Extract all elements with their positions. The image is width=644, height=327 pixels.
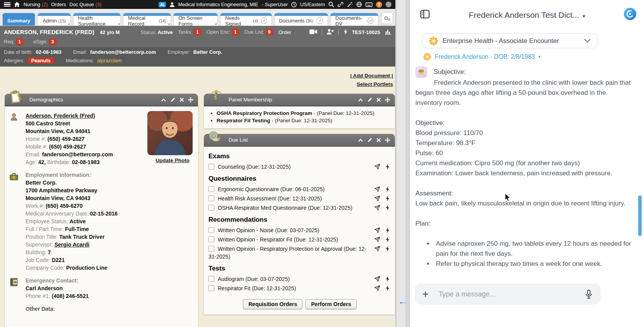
- due-item-checkbox[interactable]: [208, 285, 214, 291]
- home-icon[interactable]: [14, 2, 20, 7]
- tab-settings-button[interactable]: ⚙⚙: [381, 12, 393, 24]
- add-person-icon[interactable]: [326, 29, 334, 36]
- chevron-down-icon[interactable]: [584, 37, 591, 45]
- tab-documents-dv[interactable]: Documents-DV↗: [330, 13, 378, 26]
- attach-plus-icon[interactable]: +: [422, 289, 429, 300]
- tasks-count-badge[interactable]: 1: [194, 29, 201, 36]
- collapse-portlet-icon[interactable]: [161, 98, 166, 102]
- perform-order-icon[interactable]: [385, 186, 389, 192]
- open-enc-count-badge[interactable]: 1: [232, 29, 239, 36]
- perform-order-icon[interactable]: [385, 195, 389, 202]
- due-item-checkbox[interactable]: [208, 186, 214, 192]
- send-order-icon[interactable]: [374, 227, 380, 233]
- search-icon[interactable]: [328, 2, 334, 7]
- requisition-orders-button[interactable]: Requisition Orders: [243, 299, 302, 309]
- tab-summary[interactable]: Summary: [2, 13, 35, 26]
- patient-name-link[interactable]: Anderson, Frederick (Fred): [26, 113, 95, 119]
- microphone-icon[interactable]: [584, 289, 593, 299]
- move-portlet-icon[interactable]: [385, 137, 390, 143]
- popout-icon[interactable]: ↗: [261, 17, 266, 24]
- help-icon[interactable]: ?: [376, 2, 382, 8]
- chart-stats-icon[interactable]: [384, 28, 391, 36]
- nav-doc-queue[interactable]: Doc Queue (3): [70, 2, 102, 7]
- due-item-checkbox[interactable]: [208, 195, 214, 201]
- due-item-checkbox[interactable]: [208, 246, 214, 252]
- ai-badge[interactable]: AI: [159, 2, 166, 7]
- send-order-icon[interactable]: [374, 195, 380, 202]
- perform-orders-button[interactable]: Perform Orders: [306, 299, 356, 309]
- send-order-icon[interactable]: [374, 246, 380, 252]
- caret-down-icon[interactable]: ▾: [538, 54, 541, 59]
- due-item-checkbox[interactable]: [208, 236, 214, 242]
- patient-context-link[interactable]: Frederick Anderson - DOB: 2/8/1983 ▾: [423, 53, 644, 61]
- perform-order-icon[interactable]: [385, 276, 389, 282]
- edit-portlet-icon[interactable]: [367, 97, 372, 103]
- encounter-select[interactable]: Enterprise Health - Associate Encounter: [422, 33, 598, 48]
- add-document-link[interactable]: | Add Document |: [350, 73, 393, 79]
- tab-admin[interactable]: Admin(15): [38, 13, 71, 26]
- chart-id[interactable]: TEST-10025: [352, 29, 380, 35]
- close-portlet-icon[interactable]: [376, 138, 381, 142]
- move-portlet-icon[interactable]: [385, 97, 390, 103]
- assistant-logo[interactable]: [623, 7, 637, 22]
- caret-down-icon[interactable]: ▾: [583, 13, 586, 19]
- quick-action-bolt-icon[interactable]: [343, 29, 348, 36]
- due-list-header[interactable]: Due List: [204, 134, 395, 147]
- send-order-icon[interactable]: [374, 285, 380, 291]
- send-order-icon[interactable]: [374, 236, 380, 243]
- send-order-icon[interactable]: [374, 276, 380, 282]
- send-order-icon[interactable]: [374, 186, 380, 192]
- close-portlet-icon[interactable]: [376, 98, 381, 102]
- medication-link[interactable]: alprazolam: [97, 58, 122, 63]
- esign-count-badge[interactable]: 3: [49, 38, 56, 45]
- tab-medical-record[interactable]: Medical Record(14): [123, 13, 171, 26]
- perform-order-icon[interactable]: [385, 205, 389, 211]
- nav-nursing[interactable]: Nursing (2): [24, 2, 48, 7]
- send-order-icon[interactable]: [374, 205, 380, 211]
- panel-membership-header[interactable]: Panel Membership: [204, 94, 395, 106]
- keyboard-icon[interactable]: [366, 2, 372, 7]
- tab-on-screen-forms[interactable]: On Screen Forms: [173, 13, 218, 26]
- nav-orders[interactable]: Orders: [51, 2, 66, 7]
- send-order-icon[interactable]: [374, 164, 380, 170]
- req-count-badge[interactable]: 1: [16, 38, 23, 45]
- due-item-checkbox[interactable]: [208, 164, 214, 169]
- hamburger-menu-icon[interactable]: [4, 2, 10, 7]
- message-input[interactable]: [439, 290, 584, 298]
- update-photo-link[interactable]: Update Photo: [155, 158, 190, 163]
- due-item-checkbox[interactable]: [208, 227, 214, 233]
- profile-circle-icon[interactable]: [386, 2, 391, 7]
- popout-icon[interactable]: ↗: [367, 17, 373, 24]
- link-icon[interactable]: [338, 2, 343, 7]
- order-link[interactable]: Order: [278, 29, 291, 35]
- popout-icon[interactable]: ↗: [316, 17, 323, 24]
- tab-needs-signed[interactable]: Needs Signed(4)↗: [220, 13, 272, 26]
- collapse-portlet-icon[interactable]: [358, 98, 363, 102]
- select-portlets-link[interactable]: Select Portlets: [357, 81, 393, 87]
- wand-icon[interactable]: [347, 2, 353, 7]
- perform-order-icon[interactable]: [385, 246, 389, 252]
- move-portlet-icon[interactable]: [188, 97, 193, 103]
- supervisor-link[interactable]: Sergio Acardi: [55, 241, 90, 248]
- globe-icon[interactable]: [356, 2, 362, 7]
- close-portlet-icon[interactable]: [179, 98, 184, 102]
- tab-health-surveillance[interactable]: Health Surveillance: [73, 13, 121, 26]
- collapse-panel-arrow[interactable]: ←: [398, 295, 408, 307]
- chat-scrollbar-thumb[interactable]: [638, 195, 642, 236]
- collapse-portlet-icon[interactable]: [358, 138, 363, 142]
- due-list-count-badge[interactable]: 9: [266, 29, 273, 36]
- conversation-title[interactable]: Frederick Anderson Test Dict...: [469, 10, 579, 19]
- perform-order-icon[interactable]: [385, 227, 389, 233]
- tab-documents[interactable]: Documents(36)↗: [274, 13, 328, 26]
- due-item-checkbox[interactable]: [208, 205, 214, 211]
- patient-status: Active: [157, 29, 173, 35]
- edit-portlet-icon[interactable]: [367, 137, 372, 143]
- due-item-checkbox[interactable]: [208, 276, 214, 282]
- perform-order-icon[interactable]: [385, 236, 389, 243]
- allergy-badge[interactable]: Peanuts: [27, 57, 54, 64]
- video-visit-icon[interactable]: [309, 29, 318, 36]
- perform-order-icon[interactable]: [385, 164, 389, 170]
- demographics-portlet-header[interactable]: Demographics: [5, 94, 198, 106]
- edit-portlet-icon[interactable]: [170, 97, 176, 103]
- perform-order-icon[interactable]: [385, 285, 389, 291]
